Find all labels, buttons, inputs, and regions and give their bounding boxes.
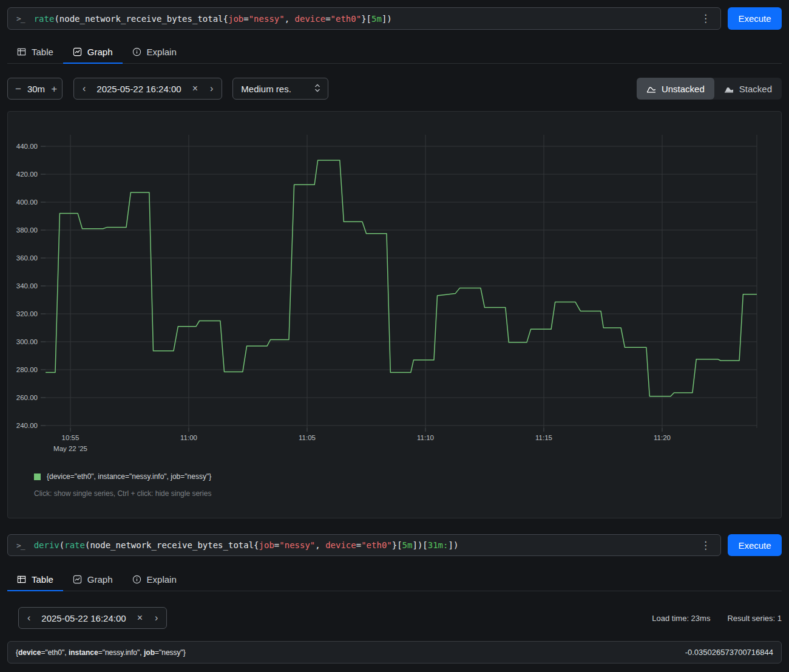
execute-button-2[interactable]: Execute [728, 534, 782, 556]
tab-graph-2[interactable]: Graph [63, 569, 123, 591]
query-options-kebab-icon[interactable]: ⋮ [699, 540, 712, 551]
query-input-2[interactable]: >_ deriv(rate(node_network_receive_bytes… [7, 534, 721, 556]
end-time-picker: ‹ 2025-05-22 16:24:00 × › [73, 78, 222, 100]
table-icon [17, 47, 26, 56]
query-expression-1[interactable]: rate(node_network_receive_bytes_total{jo… [34, 14, 392, 24]
prompt-icon: >_ [16, 14, 25, 23]
result-series-labels: {device="eth0", instance="nessy.info", j… [16, 648, 186, 657]
result-value: -0.035026573700716844 [685, 648, 773, 657]
resolution-select[interactable]: Medium res. [232, 78, 328, 100]
tab-table-1[interactable]: Table [7, 42, 63, 64]
tab-graph-1[interactable]: Graph [63, 42, 123, 64]
prompt-icon: >_ [16, 541, 25, 550]
query-options-kebab-icon[interactable]: ⋮ [699, 13, 712, 24]
range-increase-button[interactable]: + [45, 84, 63, 94]
graph-icon [73, 575, 82, 584]
graph-panel: 240.00260.00280.00300.00320.00340.00360.… [7, 111, 782, 518]
table-icon [17, 575, 26, 584]
stacked-icon [724, 84, 734, 93]
result-series-count: Result series: 1 [727, 614, 782, 623]
time-prev-icon[interactable]: ‹ [76, 84, 92, 93]
stacked-button[interactable]: Stacked [714, 78, 782, 100]
svg-text:240.00: 240.00 [16, 422, 38, 429]
legend-item[interactable]: {device="eth0", instance="nessy.info", j… [34, 472, 781, 481]
time-clear-icon[interactable]: × [186, 84, 204, 93]
time-clear-icon[interactable]: × [131, 613, 149, 623]
time-series-chart[interactable]: 240.00260.00280.00300.00320.00340.00360.… [8, 112, 781, 461]
tab-explain-label-1: Explain [147, 47, 177, 57]
range-input: − 30m + [7, 78, 63, 100]
range-decrease-button[interactable]: − [9, 84, 27, 94]
tab-explain-1[interactable]: Explain [123, 42, 186, 64]
query-row-1: >_ rate(node_network_receive_bytes_total… [7, 7, 782, 30]
tab-table-label-1: Table [32, 47, 53, 57]
legend-hint: Click: show single series, Ctrl + click:… [34, 489, 781, 498]
svg-text:300.00: 300.00 [16, 338, 38, 345]
svg-text:340.00: 340.00 [16, 282, 38, 290]
end-time-value[interactable]: 2025-05-22 16:24:00 [92, 84, 186, 94]
svg-text:400.00: 400.00 [16, 199, 38, 206]
eval-time-value[interactable]: 2025-05-22 16:24:00 [36, 613, 130, 623]
unstacked-button[interactable]: Unstacked [637, 78, 714, 100]
info-icon [132, 575, 141, 584]
range-value[interactable]: 30m [27, 84, 45, 94]
svg-text:260.00: 260.00 [16, 394, 38, 401]
query-row-2: >_ deriv(rate(node_network_receive_bytes… [7, 534, 782, 556]
legend-series-label: {device="eth0", instance="nessy.info", j… [47, 472, 211, 481]
tab-explain-label-2: Explain [147, 574, 177, 585]
result-table-row: {device="eth0", instance="nessy.info", j… [7, 641, 782, 664]
svg-text:May 22 '25: May 22 '25 [53, 445, 87, 452]
tab-bar-2: Table Graph Explain [7, 569, 782, 591]
svg-text:420.00: 420.00 [16, 171, 38, 178]
query-input-1[interactable]: >_ rate(node_network_receive_bytes_total… [7, 7, 721, 30]
tab-table-2[interactable]: Table [7, 569, 63, 591]
select-chevrons-icon [307, 83, 328, 95]
eval-time-picker: ‹ 2025-05-22 16:24:00 × › [18, 607, 167, 629]
time-prev-icon[interactable]: ‹ [21, 613, 36, 623]
svg-text:11:05: 11:05 [299, 434, 316, 441]
svg-text:440.00: 440.00 [16, 143, 38, 150]
execute-button-1[interactable]: Execute [728, 7, 782, 30]
tab-table-label-2: Table [32, 574, 53, 585]
svg-text:11:20: 11:20 [654, 434, 671, 441]
tab-explain-2[interactable]: Explain [123, 569, 186, 591]
table-controls: ‹ 2025-05-22 16:24:00 × › Load time: 23m… [7, 607, 782, 629]
load-time: Load time: 23ms [652, 614, 710, 623]
unstacked-icon [646, 84, 656, 93]
svg-text:10:55: 10:55 [62, 434, 80, 441]
query-stats: Load time: 23ms Result series: 1 [652, 614, 782, 623]
svg-text:11:10: 11:10 [417, 434, 434, 441]
query-expression-2[interactable]: deriv(rate(node_network_receive_bytes_to… [34, 540, 459, 550]
svg-text:320.00: 320.00 [16, 310, 38, 317]
svg-text:380.00: 380.00 [16, 226, 38, 234]
svg-text:280.00: 280.00 [16, 366, 38, 373]
tab-graph-label-2: Graph [87, 574, 113, 585]
stacking-toggle: Unstacked Stacked [637, 78, 782, 100]
unstacked-label: Unstacked [662, 84, 705, 94]
info-icon [132, 47, 141, 56]
svg-text:11:00: 11:00 [180, 434, 197, 441]
graph-controls: − 30m + ‹ 2025-05-22 16:24:00 × › Medium… [7, 78, 782, 100]
time-next-icon[interactable]: › [204, 84, 219, 93]
resolution-value: Medium res. [241, 84, 291, 94]
graph-icon [73, 47, 82, 56]
time-next-icon[interactable]: › [149, 613, 164, 623]
legend-swatch [34, 473, 41, 480]
svg-text:360.00: 360.00 [16, 254, 38, 262]
tab-graph-label-1: Graph [87, 47, 113, 57]
stacked-label: Stacked [739, 84, 772, 94]
svg-text:11:15: 11:15 [535, 434, 552, 441]
tab-bar-1: Table Graph Explain [7, 42, 782, 64]
